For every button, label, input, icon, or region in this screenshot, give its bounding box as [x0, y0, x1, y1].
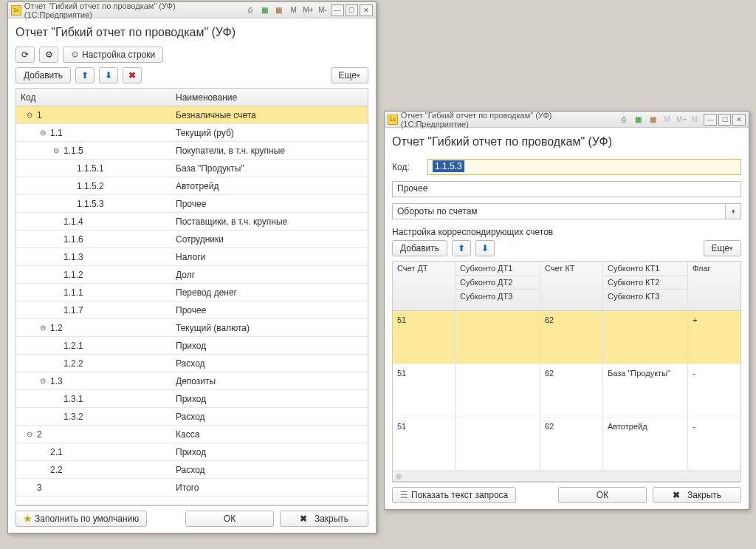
icon-btn-2[interactable]: ⚙ — [39, 47, 58, 63]
tree-row[interactable]: ⊖2Касса — [16, 426, 368, 443]
tree-code: 1.1.6 — [63, 234, 83, 245]
tree-row[interactable]: ⊖1.2Текущий (валюта) — [16, 319, 368, 337]
table-row[interactable]: 5162Автотрейд- — [393, 417, 740, 471]
ok-button[interactable]: ОК — [558, 487, 647, 503]
tree-toggle[interactable]: ⊖ — [25, 430, 34, 439]
add-button[interactable]: Добавить — [16, 67, 71, 83]
maximize-btn[interactable]: ☐ — [346, 4, 359, 16]
calendar-icon[interactable]: ▦ — [272, 4, 286, 16]
arrow-up-icon: ⬆ — [458, 243, 465, 253]
m-plus-btn[interactable]: M+ — [301, 4, 315, 16]
maximize-btn[interactable]: ☐ — [718, 114, 732, 126]
print-icon[interactable]: ⎙ — [617, 114, 630, 126]
minimize-btn[interactable]: — — [704, 114, 717, 126]
show-query-label: Показать текст запроса — [411, 490, 508, 500]
move-up-button[interactable]: ⬆ — [452, 240, 471, 256]
fill-default-button[interactable]: ★ Заполнить по умолчанию — [16, 511, 147, 527]
close-icon: ✖ — [673, 490, 680, 500]
move-down-button[interactable]: ⬇ — [99, 67, 118, 83]
type-select[interactable]: Обороты по счетам — [392, 203, 725, 219]
calendar-icon[interactable]: ▦ — [646, 114, 659, 126]
tree-toggle[interactable]: ⊖ — [38, 129, 47, 137]
tree-row[interactable]: 1.1.5.1База "Продукты" — [16, 160, 368, 177]
tree-code: 1.3 — [50, 376, 63, 386]
titlebar[interactable]: 1c Отчет "Гибкий отчет по проводкам" (УФ… — [385, 112, 749, 128]
m-btn[interactable]: M — [287, 4, 300, 16]
tree-code: 1.1.5.3 — [77, 199, 104, 209]
settings-button[interactable]: ⚙ Настройка строки — [63, 47, 163, 63]
tree-row[interactable]: ⊖1Безналичные счета — [16, 106, 368, 124]
move-up-button[interactable]: ⬆ — [75, 67, 94, 83]
tree-row[interactable]: ⊖1.1.5Покупатели, в т.ч. крупные — [16, 142, 368, 160]
m-minus-btn[interactable]: M- — [690, 114, 703, 126]
titlebar[interactable]: 1c Отчет "Гибкий отчет по проводкам" (УФ… — [8, 2, 376, 18]
ok-button[interactable]: ОК — [185, 511, 274, 527]
tree-row[interactable]: 1.1.2Долг — [16, 266, 368, 284]
tree-row[interactable]: 1.1.4Поставщики, в т.ч. крупные — [16, 213, 368, 231]
tree-toggle[interactable]: ⊖ — [38, 324, 47, 333]
table-row[interactable]: 5162База "Продукты"- — [393, 364, 740, 417]
tree-grid[interactable]: Код Наименование ⊖1Безналичные счета⊖1.1… — [16, 88, 368, 505]
tree-row[interactable]: 1.1.7Прочее — [16, 301, 368, 319]
table-row[interactable]: 5162+ — [393, 311, 740, 364]
col-subk2: Субконто КТ2 — [603, 276, 688, 290]
tree-toggle — [52, 217, 61, 226]
more-button[interactable]: Еще — [704, 240, 741, 256]
more-button[interactable]: Еще — [331, 67, 368, 83]
show-query-button[interactable]: ☰ Показать текст запроса — [392, 487, 516, 503]
calc-icon[interactable]: ▦ — [258, 4, 271, 16]
move-down-button[interactable]: ⬇ — [475, 240, 495, 256]
tree-row[interactable]: 2.1Приход — [16, 443, 368, 461]
tree-name: Текущий (руб) — [171, 128, 368, 138]
accounts-grid[interactable]: Счет ДТ Субконто ДТ1 Субконто ДТ2 Субкон… — [392, 261, 741, 482]
gear-icon: ⚙ — [71, 50, 79, 60]
tree-code: 1.1.5.1 — [77, 163, 104, 174]
tree-toggle[interactable]: ⊖ — [25, 111, 34, 120]
minimize-btn[interactable]: — — [331, 4, 344, 16]
close-button[interactable]: ✖ Закрыть — [653, 487, 741, 503]
type-select-dropdown[interactable]: ▾ — [725, 203, 741, 219]
tree-row[interactable]: 1.2.1Приход — [16, 337, 368, 355]
calc-icon[interactable]: ▦ — [632, 114, 645, 126]
horizontal-scrollbar[interactable] — [393, 471, 740, 481]
grid-header: Код Наименование — [16, 89, 368, 106]
icon-btn-1[interactable]: ⟳ — [16, 47, 35, 63]
cell-subk — [603, 311, 688, 364]
close-window-btn[interactable]: ✕ — [360, 4, 373, 16]
star-icon: ★ — [24, 514, 32, 524]
tree-row[interactable]: 1.1.5.3Прочее — [16, 195, 368, 213]
tree-row[interactable]: ⊖1.1Текущий (руб) — [16, 124, 368, 142]
tree-toggle[interactable]: ⊖ — [38, 377, 47, 386]
tree-code: 2.2 — [50, 465, 63, 475]
tree-row[interactable]: 1.2.2Расход — [16, 355, 368, 372]
print-icon[interactable]: ⎙ — [244, 4, 257, 16]
add-button[interactable]: Добавить — [392, 240, 447, 256]
tree-name: Сотрудники — [171, 234, 368, 245]
tree-toggle — [52, 270, 61, 279]
delete-button[interactable]: ✖ — [123, 67, 142, 83]
close-window-btn[interactable]: ✕ — [732, 114, 746, 126]
app-icon: 1c — [11, 5, 21, 16]
tree-row[interactable]: 1.1.1Перевод денег — [16, 284, 368, 301]
tree-row[interactable]: 2.2Расход — [16, 461, 368, 479]
tree-toggle[interactable]: ⊖ — [52, 146, 61, 155]
tree-row[interactable]: 3Итого — [16, 479, 368, 497]
tree-row[interactable]: 1.1.5.2Автотрейд — [16, 177, 368, 195]
code-input[interactable]: 1.1.5.3 — [427, 159, 741, 175]
tree-row[interactable]: 1.1.3Налоги — [16, 248, 368, 266]
tree-row[interactable]: 1.1.6Сотрудники — [16, 231, 368, 248]
m-btn[interactable]: M — [661, 114, 674, 126]
m-plus-btn[interactable]: M+ — [675, 114, 688, 126]
tree-row[interactable]: ⊖1.3Депозиты — [16, 372, 368, 390]
m-minus-btn[interactable]: M- — [316, 4, 329, 16]
tree-toggle — [52, 306, 61, 315]
tree-name: Приход — [171, 394, 368, 404]
tree-name: Прочее — [171, 199, 368, 209]
name-input[interactable]: Прочее — [392, 181, 741, 197]
cell-flag: - — [688, 364, 725, 417]
close-button[interactable]: ✖ Закрыть — [280, 511, 368, 527]
tree-name: Итого — [171, 482, 368, 493]
tree-row[interactable]: 1.3.1Приход — [16, 390, 368, 408]
titlebar-text: Отчет "Гибкий отчет по проводкам" (УФ) (… — [401, 111, 616, 129]
tree-row[interactable]: 1.3.2Расход — [16, 408, 368, 426]
